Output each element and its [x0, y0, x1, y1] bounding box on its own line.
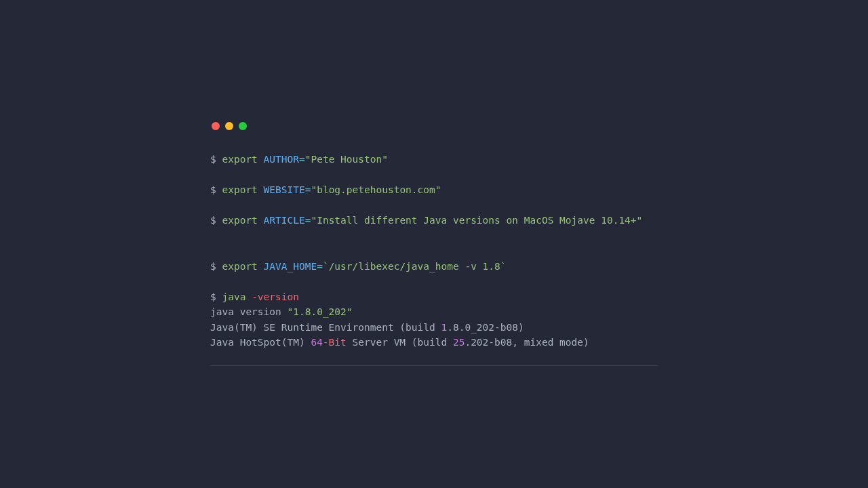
token-keyword: export: [222, 154, 257, 165]
token-keyword: export: [222, 261, 257, 272]
token-prompt: $: [210, 154, 222, 165]
token-num: 1: [441, 322, 447, 333]
code-line: [210, 243, 658, 259]
token-plain: -b08, mixed mode): [488, 337, 589, 348]
window-controls: [210, 122, 658, 130]
code-line: $ export JAVA_HOME=`/usr/libexec/java_ho…: [210, 259, 658, 274]
code-line: $ export AUTHOR="Pete Houston": [210, 152, 658, 167]
token-str: `/usr/libexec/java_home -v 1.8`: [323, 261, 507, 272]
code-line: java version "1.8.0_202": [210, 304, 658, 320]
code-line: $ java -version: [210, 289, 658, 305]
token-num: 64: [311, 337, 322, 348]
terminal-output: $ export AUTHOR="Pete Houston" $ export …: [210, 152, 658, 350]
token-plain: Java HotSpot(TM): [210, 337, 311, 348]
code-line: [210, 198, 658, 214]
token-arg: -version: [252, 291, 299, 302]
terminal-window: $ export AUTHOR="Pete Houston" $ export …: [210, 122, 658, 366]
token-plain: [258, 184, 264, 195]
token-plain: 8: [453, 322, 459, 333]
minimize-icon[interactable]: [225, 122, 233, 130]
code-line: Java HotSpot(TM) 64-Bit Server VM (build…: [210, 335, 658, 350]
token-var: JAVA_HOME: [264, 261, 317, 272]
token-plain: 202: [471, 337, 488, 348]
token-plain: .: [465, 337, 471, 348]
token-prompt: $: [210, 291, 222, 302]
code-line: $ export ARTICLE="Install different Java…: [210, 213, 658, 228]
token-op: =: [317, 261, 323, 272]
code-line: Java(TM) SE Runtime Environment (build 1…: [210, 320, 658, 336]
token-op: =: [299, 154, 305, 165]
token-var: WEBSITE: [264, 184, 305, 195]
token-num: 25: [453, 337, 465, 348]
token-plain: [258, 261, 264, 272]
token-str: "blog.petehouston.com": [311, 184, 441, 195]
token-plain: Server VM (build: [347, 337, 453, 348]
token-prompt: $: [210, 184, 222, 195]
token-plain: [258, 215, 264, 226]
token-plain: [245, 291, 252, 302]
code-line: [210, 228, 658, 244]
token-str: "Pete Houston": [305, 154, 388, 165]
code-line: [210, 167, 658, 183]
token-keyword: export: [222, 215, 257, 226]
token-keyword: export: [222, 184, 257, 195]
token-keyword: java: [222, 291, 245, 302]
token-prompt: $: [210, 261, 222, 272]
token-prompt: $: [210, 215, 222, 226]
code-line: [210, 274, 658, 289]
token-var: AUTHOR: [264, 154, 299, 165]
token-str: "1.8.0_202": [288, 306, 353, 317]
token-plain: [258, 154, 264, 165]
token-plain: .: [447, 322, 453, 333]
close-icon[interactable]: [212, 122, 220, 130]
token-plain: java version: [210, 306, 288, 317]
token-plain: .0_202-b08): [459, 322, 524, 333]
maximize-icon[interactable]: [239, 122, 247, 130]
code-line: $ export WEBSITE="blog.petehouston.com": [210, 182, 658, 198]
token-var: ARTICLE: [264, 215, 305, 226]
token-plain: Java(TM) SE Runtime Environment (build: [210, 322, 441, 333]
token-arg: -Bit: [323, 337, 347, 348]
token-str: "Install different Java versions on MacO…: [311, 215, 642, 226]
